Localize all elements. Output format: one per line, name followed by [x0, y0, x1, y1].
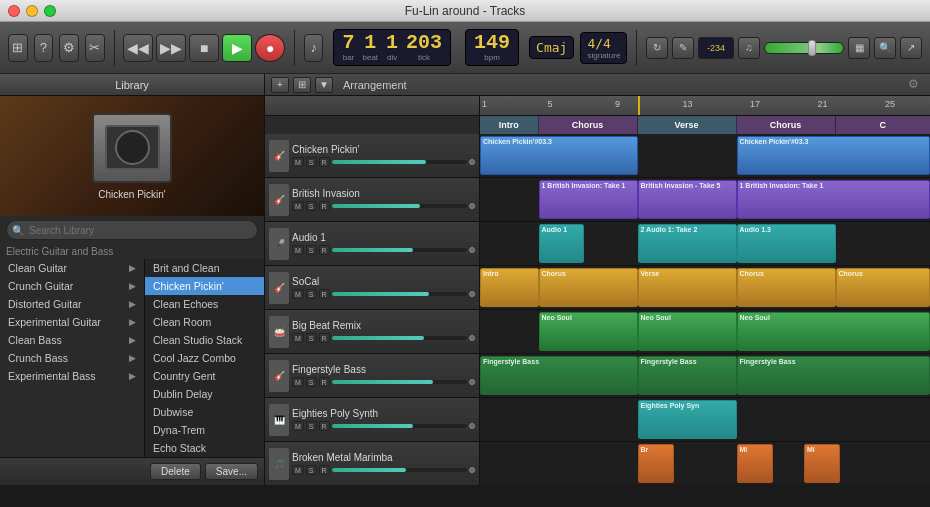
close-button[interactable]: [8, 5, 20, 17]
clip-socal-5[interactable]: Chorus: [836, 268, 931, 307]
maximize-button[interactable]: [44, 5, 56, 17]
sub-item-clean-echoes[interactable]: Clean Echoes: [145, 295, 264, 313]
lib-item-distorted-guitar[interactable]: Distorted Guitar ▶: [0, 295, 144, 313]
clip-audio-1-3[interactable]: Audio 1.3: [737, 224, 836, 263]
track-pan-broken-metal-marimba[interactable]: [469, 467, 475, 473]
sub-item-dyna-trem[interactable]: Dyna-Trem: [145, 421, 264, 439]
track-pan-eighties-poly-synth[interactable]: [469, 423, 475, 429]
sub-item-brit-clean[interactable]: Brit and Clean: [145, 259, 264, 277]
clip-broken-metal-marimba-3[interactable]: Mi: [804, 444, 840, 483]
lib-item-clean-bass[interactable]: Clean Bass ▶: [0, 331, 144, 349]
tuner-button[interactable]: ♫: [738, 37, 760, 59]
record-arm-button[interactable]: R: [319, 333, 330, 343]
share-button[interactable]: ↗: [900, 37, 922, 59]
sub-item-clean-studio-stack[interactable]: Clean Studio Stack: [145, 331, 264, 349]
solo-button[interactable]: S: [306, 333, 317, 343]
solo-button[interactable]: S: [306, 465, 317, 475]
record-arm-button[interactable]: R: [319, 245, 330, 255]
filter-button[interactable]: ▼: [315, 77, 333, 93]
track-volume-eighties-poly-synth[interactable]: [332, 424, 467, 428]
mute-button[interactable]: M: [292, 377, 304, 387]
clip-socal-3[interactable]: Verse: [638, 268, 737, 307]
pencil-button[interactable]: ✎: [672, 37, 694, 59]
record-arm-button[interactable]: R: [319, 289, 330, 299]
track-pan-audio-1[interactable]: [469, 247, 475, 253]
minimize-button[interactable]: [26, 5, 38, 17]
save-button[interactable]: Save...: [205, 463, 258, 480]
clip-fingerstyle-bass-2[interactable]: Fingerstyle Bass: [638, 356, 737, 395]
track-pan-chicken-pickin[interactable]: [469, 159, 475, 165]
clip-chicken-pickin-2[interactable]: Chicken Pickin'#03.3: [737, 136, 931, 175]
clip-big-beat-remix-2[interactable]: Neo Soul: [638, 312, 737, 351]
record-arm-button[interactable]: R: [319, 421, 330, 431]
lcd-icon-button[interactable]: ⊞: [8, 34, 28, 62]
sub-item-chicken-pickin[interactable]: Chicken Pickin': [145, 277, 264, 295]
sub-item-dubwise[interactable]: Dubwise: [145, 403, 264, 421]
track-pan-big-beat-remix[interactable]: [469, 335, 475, 341]
clip-eighties-poly-synth-1[interactable]: Eighties Poly Syn: [638, 400, 737, 439]
sub-item-country-gent[interactable]: Country Gent: [145, 367, 264, 385]
rewind-button[interactable]: ◀◀: [123, 34, 153, 62]
lib-item-clean-guitar[interactable]: Clean Guitar ▶: [0, 259, 144, 277]
solo-button[interactable]: S: [306, 377, 317, 387]
record-arm-button[interactable]: R: [319, 201, 330, 211]
track-pan-british-invasion[interactable]: [469, 203, 475, 209]
clip-big-beat-remix-3[interactable]: Neo Soul: [737, 312, 931, 351]
arrangement-settings-icon[interactable]: ⚙: [908, 77, 924, 93]
clip-audio-1-1[interactable]: Audio 1: [539, 224, 584, 263]
track-view-button[interactable]: ⊞: [293, 77, 311, 93]
track-volume-fingerstyle-bass[interactable]: [332, 380, 467, 384]
mute-button[interactable]: M: [292, 201, 304, 211]
lib-item-experimental-bass[interactable]: Experimental Bass ▶: [0, 367, 144, 385]
solo-button[interactable]: S: [306, 245, 317, 255]
search-input[interactable]: [6, 220, 258, 240]
clip-socal-4[interactable]: Chorus: [737, 268, 836, 307]
track-volume-socal[interactable]: [332, 292, 467, 296]
sub-item-echo-stack[interactable]: Echo Stack: [145, 439, 264, 457]
stop-button[interactable]: ■: [189, 34, 219, 62]
note-icon[interactable]: ♪: [304, 34, 324, 62]
window-controls[interactable]: [8, 5, 56, 17]
track-pan-socal[interactable]: [469, 291, 475, 297]
clip-british-invasion-1[interactable]: 1 British Invasion: Take 1: [539, 180, 638, 219]
track-pan-fingerstyle-bass[interactable]: [469, 379, 475, 385]
mute-button[interactable]: M: [292, 157, 304, 167]
help-button[interactable]: ?: [34, 34, 54, 62]
sync-button[interactable]: ↻: [646, 37, 668, 59]
clip-audio-1-2[interactable]: 2 Audio 1: Take 2: [638, 224, 737, 263]
lib-item-crunch-bass[interactable]: Crunch Bass ▶: [0, 349, 144, 367]
search-button[interactable]: 🔍: [874, 37, 896, 59]
mute-button[interactable]: M: [292, 289, 304, 299]
play-button[interactable]: ▶: [222, 34, 252, 62]
track-volume-chicken-pickin[interactable]: [332, 160, 467, 164]
track-volume-broken-metal-marimba[interactable]: [332, 468, 467, 472]
clip-socal-2[interactable]: Chorus: [539, 268, 638, 307]
clip-socal-1[interactable]: Intro: [480, 268, 539, 307]
settings-button[interactable]: ⚙: [59, 34, 79, 62]
delete-button[interactable]: Delete: [150, 463, 201, 480]
clip-british-invasion-3[interactable]: 1 British Invasion: Take 1: [737, 180, 931, 219]
sub-item-clean-room[interactable]: Clean Room: [145, 313, 264, 331]
mute-button[interactable]: M: [292, 245, 304, 255]
track-volume-big-beat-remix[interactable]: [332, 336, 467, 340]
solo-button[interactable]: S: [306, 421, 317, 431]
lib-item-crunch-guitar[interactable]: Crunch Guitar ▶: [0, 277, 144, 295]
record-button[interactable]: ●: [255, 34, 285, 62]
record-arm-button[interactable]: R: [319, 465, 330, 475]
record-arm-button[interactable]: R: [319, 377, 330, 387]
clip-fingerstyle-bass-3[interactable]: Fingerstyle Bass: [737, 356, 931, 395]
mute-button[interactable]: M: [292, 333, 304, 343]
lib-item-experimental-guitar[interactable]: Experimental Guitar ▶: [0, 313, 144, 331]
clip-british-invasion-2[interactable]: British Invasion - Take 5: [638, 180, 737, 219]
clip-broken-metal-marimba-2[interactable]: Mi: [737, 444, 773, 483]
mute-button[interactable]: M: [292, 465, 304, 475]
clip-chicken-pickin-1[interactable]: Chicken Pickin'#03.3: [480, 136, 638, 175]
add-track-button[interactable]: +: [271, 77, 289, 93]
track-volume-british-invasion[interactable]: [332, 204, 467, 208]
clip-big-beat-remix-1[interactable]: Neo Soul: [539, 312, 638, 351]
fast-forward-button[interactable]: ▶▶: [156, 34, 186, 62]
clip-broken-metal-marimba-1[interactable]: Br: [638, 444, 674, 483]
clip-fingerstyle-bass-1[interactable]: Fingerstyle Bass: [480, 356, 638, 395]
sub-item-cool-jazz-combo[interactable]: Cool Jazz Combo: [145, 349, 264, 367]
media-button[interactable]: ▦: [848, 37, 870, 59]
